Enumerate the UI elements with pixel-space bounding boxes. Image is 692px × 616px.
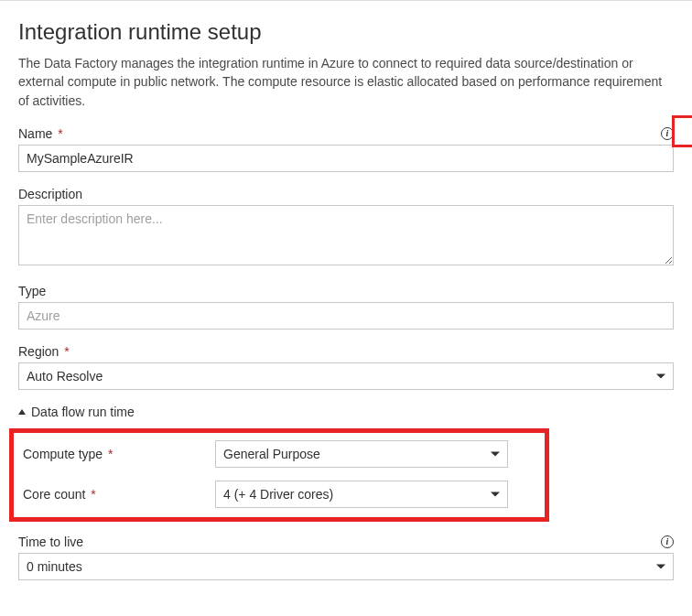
chevron-down-icon xyxy=(656,564,665,568)
region-label: Region * xyxy=(18,344,70,359)
compute-type-select[interactable]: General Purpose xyxy=(215,440,508,468)
description-input[interactable] xyxy=(18,205,674,265)
dataflow-section-toggle[interactable]: Data flow run time xyxy=(18,405,674,419)
highlight-annotation: Compute type * General Purpose Core coun… xyxy=(9,428,549,522)
region-select[interactable]: Auto Resolve xyxy=(18,362,674,390)
ttl-field: Time to live i 0 minutes xyxy=(18,535,674,580)
region-select-value: Auto Resolve xyxy=(27,369,103,384)
region-field: Region * Auto Resolve xyxy=(18,344,674,390)
type-input: Azure xyxy=(18,302,674,330)
compute-type-field: Compute type * General Purpose xyxy=(14,440,535,468)
triangle-up-icon xyxy=(18,409,26,415)
name-field: Name * i xyxy=(18,126,674,172)
description-label: Description xyxy=(18,187,82,201)
chevron-down-icon xyxy=(491,451,500,456)
type-label: Type xyxy=(18,284,46,298)
core-count-field: Core count * 4 (+ 4 Driver cores) xyxy=(14,481,535,508)
core-count-select[interactable]: 4 (+ 4 Driver cores) xyxy=(215,481,508,508)
highlight-annotation xyxy=(672,115,692,147)
name-label: Name * xyxy=(18,126,63,141)
page-intro: The Data Factory manages the integration… xyxy=(18,54,674,110)
ttl-select-value: 0 minutes xyxy=(27,559,82,574)
integration-runtime-setup-panel: Integration runtime setup The Data Facto… xyxy=(0,0,692,600)
chevron-down-icon xyxy=(491,492,500,496)
page-title: Integration runtime setup xyxy=(18,19,674,45)
compute-type-label: Compute type xyxy=(23,447,103,461)
description-field: Description xyxy=(18,187,674,269)
compute-type-select-value: General Purpose xyxy=(223,447,320,461)
ttl-label: Time to live xyxy=(18,535,83,549)
dataflow-section-label: Data flow run time xyxy=(31,405,135,419)
core-count-label: Core count xyxy=(23,487,85,502)
chevron-down-icon xyxy=(656,373,665,378)
core-count-select-value: 4 (+ 4 Driver cores) xyxy=(223,487,333,502)
info-icon[interactable]: i xyxy=(661,535,674,548)
name-input[interactable] xyxy=(18,145,674,172)
info-icon[interactable]: i xyxy=(661,127,674,140)
ttl-select[interactable]: 0 minutes xyxy=(18,553,674,580)
type-field: Type Azure xyxy=(18,284,674,330)
